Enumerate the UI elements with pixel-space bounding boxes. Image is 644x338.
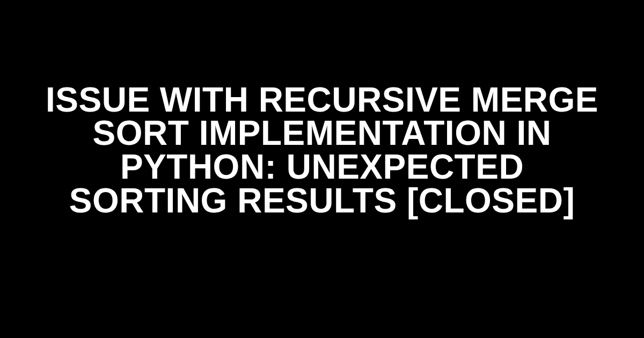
page-title: ISSUE WITH RECURSIVE MERGE SORT IMPLEMEN… <box>38 83 606 218</box>
title-container: ISSUE WITH RECURSIVE MERGE SORT IMPLEMEN… <box>0 83 644 218</box>
